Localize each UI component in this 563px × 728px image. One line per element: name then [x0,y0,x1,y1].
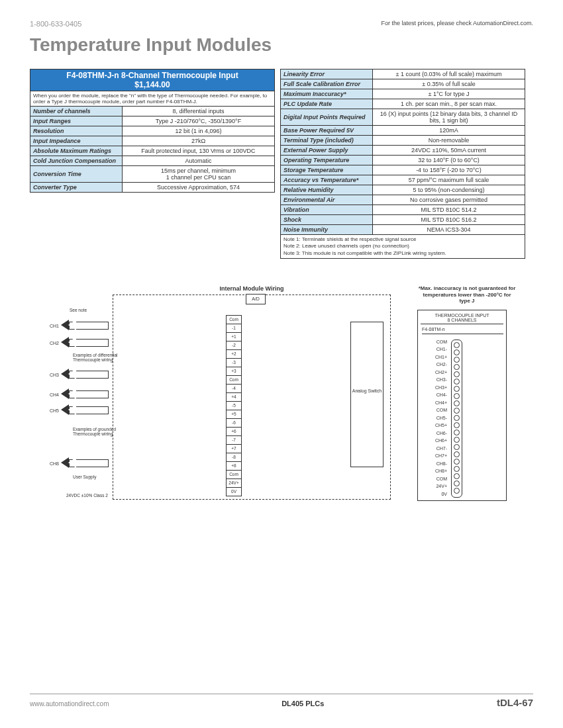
terminal: -6 [226,418,242,428]
pin-dot [454,444,460,450]
terminal: -2 [226,341,242,350]
ch-label: CH2 [50,341,59,345]
spec-value: ± 0.35% of full scale [373,79,525,89]
spec-value: NEMA ICS3-304 [373,225,525,235]
page-title: Temperature Input Modules [30,34,533,56]
spec-value: Successive Approximation, 574 [123,183,275,193]
spec-label: Operating Temperature [281,156,373,165]
spec-value: MIL STD 810C 514.2 [373,205,525,215]
pin-label: CH7+ [427,452,447,460]
terminal: Com [226,375,242,385]
pin-label: CH8+ [427,467,447,475]
terminal: -4 [226,384,242,393]
spec-label: Input Ranges [30,116,123,126]
spec-label: Relative Humidity [281,185,373,195]
pin-dot [454,451,460,457]
ch-label: CH3 [50,373,59,377]
pin-dot [454,386,460,392]
pin-label: CH4- [427,391,447,399]
pin-label: CH3+ [427,384,447,392]
module-name: F4-08THM-J-n 8-Channel Thermocouple Inpu… [33,71,272,80]
module-panel-title: THERMOCOUPLE INPUT 8 CHANNELS [421,313,503,324]
pin-dot [454,342,460,348]
spec-value: 57 ppm/°C maximum full scale [373,175,525,185]
pin-dot [454,371,460,377]
spec-value: 16 (X) input points (12 binary data bits… [373,109,525,126]
spec-value: 5 to 95% (non-condensing) [373,185,525,195]
pin-label: CH5+ [427,422,447,430]
spec-value: 27kΩ [123,136,275,146]
spec-label: Shock [281,215,373,225]
spec-label: Input Impedance [30,136,123,146]
ch-label: CH5 [50,408,59,413]
wiring-diagram: Internal Module Wiring A/D Analog Switch… [113,285,391,500]
spec-value: No corrosive gases permitted [373,195,525,205]
terminal: +7 [226,444,242,453]
pin-dot [454,459,460,465]
module-terminal-panel: THERMOCOUPLE INPUT 8 CHANNELS F4-08TM-n … [417,310,507,502]
spec-label: Linearity Error [281,69,373,79]
spec-value: Automatic [123,156,275,166]
footer-series: DL405 PLCs [282,700,324,707]
module-panel-part: F4-08TM-n [422,327,503,334]
spec-table-left: F4-08THM-J-n 8-Channel Thermocouple Inpu… [30,69,275,193]
pin-dot [454,473,460,479]
spec-value: MIL STD 810C 516.2 [373,215,525,225]
pin-label: 0V [427,490,447,498]
price-note: For the latest prices, please check Auto… [381,20,533,26]
spec-value: Fault protected input, 130 Vrms or 100VD… [123,146,275,156]
pin-dot [454,415,460,421]
pin-dot [454,480,460,486]
pin-dot [454,349,460,355]
spec-label: Maximum Inaccuracy* [281,89,373,99]
pin-label: COM [427,475,447,483]
pin-dot [454,422,460,428]
diff-wiring-note: Examples of differential Thermocouple wi… [73,353,139,362]
ch-label: CH4 [50,392,59,397]
user-supply-label: User Supply [73,475,139,479]
pin-label: COM [427,338,447,346]
terminal: -1 [226,324,242,333]
spec-label: External Power Supply [281,146,373,156]
terminal: -7 [226,435,242,445]
terminal: -8 [226,453,242,462]
terminal: +4 [226,392,242,402]
spec-label: Absolute Maximum Ratings [30,146,123,156]
spec-label: Terminal Type (included) [281,136,373,146]
terminal: Com [226,470,242,479]
spec-label: Converter Type [30,183,123,193]
footer-page: tDL4-67 [497,697,533,708]
ch-label: CH8 [50,461,59,466]
pin-label: 24V+ [427,482,447,490]
pin-label: CH1- [427,345,447,353]
spec-label: Base Power Required 5V [281,126,373,136]
pin-dot [454,364,460,370]
inaccuracy-note: *Max. inaccuracy is not guaranteed for t… [417,285,517,304]
spec-label: Cold Junction Compensation [30,156,123,166]
spec-label: PLC Update Rate [281,99,373,109]
pin-dot [454,430,460,435]
terminal: -5 [226,401,242,410]
pin-label: CH6+ [427,437,447,445]
pin-dot [454,379,460,385]
pin-label: CH1+ [427,353,447,361]
pin-dot [454,466,460,472]
spec-label: Conversion Time [30,166,123,183]
terminal: +5 [226,410,242,419]
gnd-wiring-note: Examples of grounded Thermocouple wiring [73,427,139,436]
pin-label: CH4+ [427,399,447,407]
spec-label: Accuracy vs Temperature* [281,175,373,185]
terminal: 24V+ [226,478,242,488]
pin-label: CH5- [427,414,447,422]
pin-dot [454,437,460,443]
spec-value: 120mA [373,126,525,136]
terminal: 0V [226,487,242,496]
terminal: +3 [226,367,242,376]
spec-value: Non-removable [373,136,525,146]
spec-value: -4 to 158°F (-20 to 70°C) [373,165,525,175]
spec-label: Number of channels [30,107,123,116]
pin-label: COM [427,406,447,414]
spec-value: ± 1°C for type J [373,89,525,99]
module-desc: When you order the module, replace the "… [30,91,275,107]
spec-notes: Note 1: Terminate shields at the respect… [281,235,525,259]
